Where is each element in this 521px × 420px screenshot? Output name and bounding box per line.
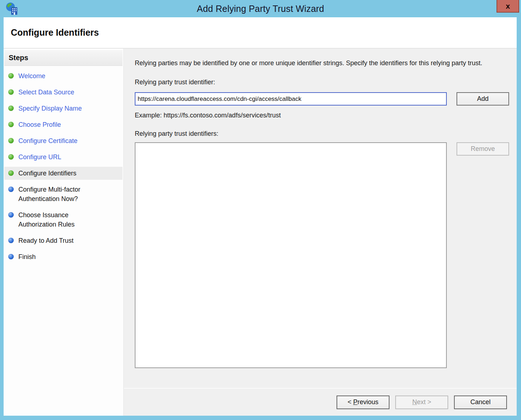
previous-label-key: P bbox=[353, 398, 357, 406]
step-label: Configure URL bbox=[18, 152, 61, 162]
step-status-bullet-icon bbox=[8, 170, 14, 176]
identifiers-list-label: Relying party trust identifiers: bbox=[135, 130, 509, 138]
step-status-bullet-icon bbox=[8, 89, 14, 95]
step-status-bullet-icon bbox=[8, 122, 14, 127]
step-item[interactable]: Configure Certificate bbox=[4, 134, 123, 147]
window-title: Add Relying Party Trust Wizard bbox=[197, 4, 324, 14]
remove-button[interactable]: Remove bbox=[457, 142, 509, 156]
step-item[interactable]: Finish bbox=[4, 250, 123, 263]
step-status-bullet-icon bbox=[8, 212, 14, 218]
step-status-bullet-icon bbox=[8, 106, 14, 111]
step-item[interactable]: Configure URL bbox=[4, 151, 123, 164]
example-text: Example: https://fs.contoso.com/adfs/ser… bbox=[135, 112, 509, 119]
step-label: Configure Multi-factor Authentication No… bbox=[18, 185, 104, 204]
add-button[interactable]: Add bbox=[457, 92, 509, 106]
steps-header: Steps bbox=[4, 50, 123, 66]
step-label: Select Data Source bbox=[18, 88, 74, 97]
step-label: Configure Identifiers bbox=[18, 169, 76, 178]
previous-label-post: revious bbox=[357, 398, 378, 406]
step-item[interactable]: Configure Multi-factor Authentication No… bbox=[4, 183, 123, 205]
step-label: Configure Certificate bbox=[18, 136, 77, 146]
step-label: Finish bbox=[18, 252, 36, 262]
step-item[interactable]: Configure Identifiers bbox=[4, 167, 123, 180]
step-label: Choose Issuance Authorization Rules bbox=[18, 210, 104, 229]
step-status-bullet-icon bbox=[8, 154, 14, 160]
cancel-button[interactable]: Cancel bbox=[454, 396, 507, 409]
step-label: Ready to Add Trust bbox=[18, 236, 74, 245]
step-item[interactable]: Choose Issuance Authorization Rules bbox=[4, 209, 123, 231]
step-item[interactable]: Choose Profile bbox=[4, 118, 123, 131]
previous-button[interactable]: < Previous bbox=[337, 396, 389, 409]
step-item[interactable]: Specify Display Name bbox=[4, 102, 123, 115]
next-label-post: ext > bbox=[417, 398, 431, 406]
relying-party-identifier-input[interactable] bbox=[135, 92, 447, 106]
step-label: Choose Profile bbox=[18, 120, 61, 129]
page-header: Configure Identifiers bbox=[4, 17, 517, 49]
steps-sidebar: Steps Welcome Select Data Source Specify… bbox=[4, 49, 124, 416]
previous-label-pre: < bbox=[348, 398, 353, 406]
next-label-key: N bbox=[412, 398, 417, 406]
step-label: Specify Display Name bbox=[18, 104, 82, 113]
close-button[interactable]: x bbox=[496, 0, 519, 13]
wizard-window: Add Relying Party Trust Wizard x Configu… bbox=[0, 0, 521, 420]
step-item[interactable]: Welcome bbox=[4, 70, 123, 82]
step-status-bullet-icon bbox=[8, 187, 14, 192]
identifiers-listbox[interactable] bbox=[135, 142, 447, 368]
intro-text: Relying parties may be identified by one… bbox=[135, 58, 502, 68]
title-bar: Add Relying Party Trust Wizard x bbox=[0, 0, 521, 17]
adfs-app-icon bbox=[5, 2, 19, 16]
content-panel: Relying parties may be identified by one… bbox=[124, 49, 517, 388]
next-button[interactable]: Next > bbox=[395, 396, 448, 409]
page-title: Configure Identifiers bbox=[11, 27, 99, 38]
wizard-body: Configure Identifiers Steps Welcome Sele… bbox=[4, 17, 517, 416]
steps-list: Welcome Select Data Source Specify Displ… bbox=[4, 70, 123, 267]
step-status-bullet-icon bbox=[8, 73, 14, 79]
step-label: Welcome bbox=[18, 71, 45, 81]
step-status-bullet-icon bbox=[8, 138, 14, 143]
step-item[interactable]: Ready to Add Trust bbox=[4, 234, 123, 247]
step-status-bullet-icon bbox=[8, 238, 14, 243]
step-item[interactable]: Select Data Source bbox=[4, 86, 123, 99]
identifier-field-label: Relying party trust identifier: bbox=[135, 79, 509, 86]
footer-button-bar: < Previous Next > Cancel bbox=[124, 388, 517, 416]
step-status-bullet-icon bbox=[8, 254, 14, 259]
